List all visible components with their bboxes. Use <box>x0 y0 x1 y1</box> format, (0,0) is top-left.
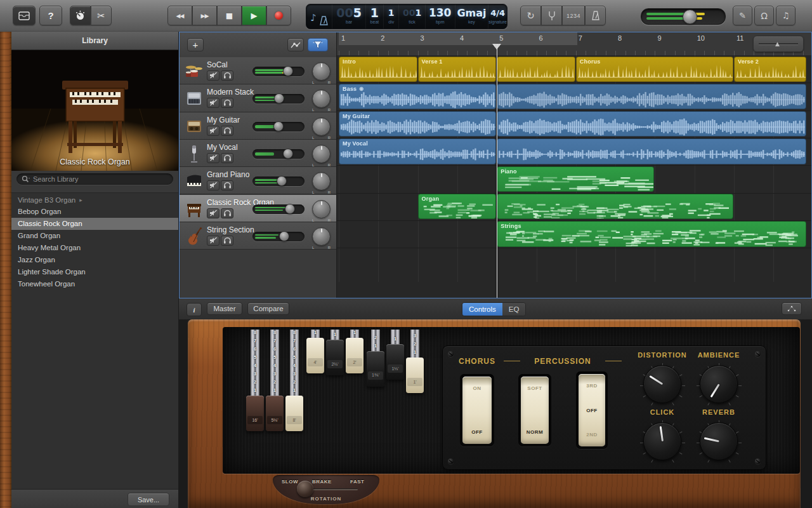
patch-category[interactable]: Vintage B3 Organ▸ <box>11 193 178 206</box>
track-header-my-guitar[interactable]: My GuitarLR <box>180 112 336 140</box>
drawbar-2-[interactable]: 12' <box>345 330 364 448</box>
smart-controls-button[interactable] <box>70 6 91 25</box>
master-button[interactable]: Master <box>207 302 242 315</box>
info-button[interactable]: i <box>187 303 202 316</box>
patch-item-tonewheel-organ[interactable]: Tonewheel Organ <box>11 278 178 290</box>
drawbar-16-[interactable]: 1234567816' <box>246 330 265 448</box>
automation-button[interactable] <box>287 38 304 51</box>
solo-button[interactable] <box>221 70 233 81</box>
mixer-button[interactable] <box>308 38 328 51</box>
knob-reverb[interactable] <box>700 422 738 460</box>
pan-knob[interactable]: LR <box>312 62 331 81</box>
pan-knob[interactable]: LR <box>312 145 331 163</box>
region-segment[interactable] <box>497 84 806 109</box>
master-volume-slider[interactable] <box>641 8 726 25</box>
percussion-soft-switch[interactable]: SOFTNORM <box>518 374 551 446</box>
solo-button[interactable] <box>221 236 233 246</box>
rotation-slider-knob[interactable] <box>297 481 313 497</box>
pan-knob[interactable]: LR <box>312 172 331 190</box>
help-button[interactable]: ? <box>39 6 62 25</box>
region-segment[interactable] <box>497 57 575 82</box>
track-header-grand-piano[interactable]: Grand PianoLR <box>180 167 336 194</box>
region-segment[interactable] <box>497 194 733 219</box>
media-browser-button[interactable]: ♫ <box>776 6 796 25</box>
mute-button[interactable] <box>207 98 219 108</box>
notepad-button[interactable]: ✎ <box>733 6 752 25</box>
volume-thumb[interactable] <box>285 204 295 214</box>
volume-thumb[interactable] <box>273 121 284 131</box>
volume-slider[interactable] <box>252 204 304 214</box>
region-strings[interactable]: Strings <box>497 221 806 246</box>
percussion-3rd-switch[interactable]: 3RDOFF2ND <box>576 371 608 449</box>
drawbar-handle[interactable]: 8' <box>285 396 303 431</box>
panel-visual-button[interactable] <box>782 302 802 315</box>
drawbar-2-[interactable]: 12⅔' <box>325 330 344 448</box>
compare-button[interactable]: Compare <box>247 302 289 315</box>
volume-thumb[interactable] <box>283 149 293 159</box>
volume-slider[interactable] <box>252 122 304 131</box>
knob-ambience[interactable] <box>700 365 738 403</box>
chorus-switch[interactable]: ONOFF <box>460 374 494 446</box>
region-segment[interactable] <box>497 138 806 164</box>
volume-slider[interactable] <box>252 149 304 159</box>
count-in-button[interactable]: 1234 <box>562 6 585 25</box>
drawbar-handle[interactable]: 2' <box>346 338 363 373</box>
record-button[interactable] <box>266 6 291 25</box>
zoom-slider[interactable]: ▲ <box>753 36 804 52</box>
drawbar-1-[interactable]: 121⅗' <box>366 330 385 448</box>
mute-button[interactable] <box>207 153 219 163</box>
stop-button[interactable]: ■ <box>217 6 242 25</box>
metronome-button[interactable] <box>585 6 606 25</box>
region-verse-1[interactable]: Verse 1 <box>418 57 497 82</box>
solo-button[interactable] <box>221 208 233 218</box>
tab-eq[interactable]: EQ <box>502 303 526 316</box>
solo-button[interactable] <box>221 180 233 190</box>
drawbar-handle[interactable]: 5⅓' <box>266 396 284 431</box>
tab-controls[interactable]: Controls <box>462 303 502 316</box>
drawbar-handle[interactable]: 1⅗' <box>367 351 384 387</box>
knob-distortion[interactable] <box>643 365 681 403</box>
cycle-button[interactable]: ↻ <box>520 6 541 25</box>
track-header-socal[interactable]: SoCalLR <box>180 57 336 84</box>
knob-click[interactable] <box>643 422 681 460</box>
region-piano[interactable]: Piano <box>497 166 654 192</box>
patch-item-heavy-metal-organ[interactable]: Heavy Metal Organ <box>11 242 178 254</box>
master-volume-thumb[interactable] <box>683 10 697 24</box>
solo-button[interactable] <box>221 98 233 108</box>
pan-knob[interactable]: LR <box>312 227 331 246</box>
drawbar-handle[interactable]: 2⅔' <box>326 340 344 375</box>
volume-slider[interactable] <box>252 67 304 76</box>
lcd-display[interactable]: ♪ 005 bar 1 beat 1 div 001 tick 130 bpm <box>306 4 508 29</box>
patch-item-classic-rock-organ[interactable]: Classic Rock Organ <box>11 218 178 230</box>
drawbar-1-[interactable]: 11⅓' <box>386 330 405 448</box>
region-my-vocal[interactable]: My Vocal <box>339 138 496 164</box>
drawbar-handle[interactable]: 4' <box>306 338 324 373</box>
rewind-button[interactable]: ◀◀ <box>167 6 192 25</box>
playhead[interactable] <box>497 44 497 298</box>
volume-thumb[interactable] <box>277 176 287 186</box>
forward-button[interactable]: ▶▶ <box>192 6 217 25</box>
library-drawer-button[interactable] <box>13 6 36 25</box>
region-verse-2[interactable]: Verse 2 <box>734 57 806 82</box>
drawbar-8-[interactable]: 123456788' <box>285 330 304 448</box>
add-track-button[interactable]: + <box>187 38 204 51</box>
drawbar-1-[interactable]: 1231' <box>405 330 424 448</box>
ruler[interactable]: 123456789101112 <box>337 32 812 56</box>
save-button[interactable]: Save... <box>128 493 169 506</box>
track-header-my-vocal[interactable]: My VocalLR <box>180 140 336 167</box>
mute-button[interactable] <box>207 180 219 190</box>
solo-button[interactable] <box>221 153 233 163</box>
region-intro[interactable]: Intro <box>339 57 417 82</box>
volume-thumb[interactable] <box>274 93 284 104</box>
patch-item-grand-organ[interactable]: Grand Organ <box>11 230 178 242</box>
loop-browser-button[interactable]: Ω <box>754 6 774 25</box>
volume-slider[interactable] <box>252 177 304 186</box>
volume-slider[interactable] <box>252 94 304 104</box>
mute-button[interactable] <box>207 70 219 81</box>
patch-item-jazz-organ[interactable]: Jazz Organ <box>11 254 178 266</box>
region-my-guitar[interactable]: My Guitar <box>339 111 496 137</box>
play-button[interactable]: ▶ <box>242 6 266 25</box>
volume-thumb[interactable] <box>279 231 289 241</box>
editors-button[interactable]: ✂ <box>91 6 112 25</box>
track-header-modern-stack[interactable]: Modern StackLR <box>180 84 336 112</box>
